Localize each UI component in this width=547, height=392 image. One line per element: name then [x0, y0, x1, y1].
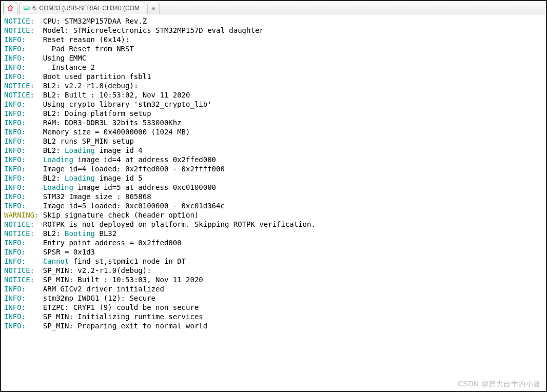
log-text: find st,stpmic1 node in DT — [69, 257, 186, 265]
log-text: ARM GICv2 driver initialized — [26, 285, 164, 293]
log-line: INFO: Instance 2 — [4, 63, 543, 72]
svg-point-3 — [26, 8, 27, 8]
log-text: Loading — [65, 174, 95, 182]
log-text: Loading — [43, 183, 73, 191]
log-text: stm32mp IWDG1 (12): Secure — [26, 294, 155, 302]
log-tag: INFO: — [4, 312, 26, 321]
tab-serial[interactable]: 6. COM33 (USB-SERIAL CH340 (COM — [19, 2, 145, 14]
log-line: NOTICE: Model: STMicroelectronics STM32M… — [4, 26, 543, 35]
log-tag: INFO: — [4, 155, 26, 164]
log-tag: INFO: — [4, 63, 26, 72]
log-text — [26, 183, 43, 191]
log-tag: INFO: — [4, 247, 26, 257]
log-text: image id=5 at address 0xc0100000 — [73, 183, 216, 191]
log-text: SP_MIN: Preparing exit to normal world — [26, 322, 207, 330]
log-tag: INFO: — [4, 284, 26, 293]
log-tag: INFO: — [4, 321, 26, 330]
log-text: ROTPK is not deployed on platform. Skipp… — [34, 220, 316, 228]
log-tag: INFO: — [4, 183, 26, 192]
log-line: INFO: BL2 runs SP_MIN setup — [4, 136, 543, 146]
log-tag: INFO: — [4, 136, 26, 146]
log-tag: INFO: — [4, 35, 26, 44]
log-text: STM32 Image size : 865868 — [26, 192, 151, 201]
log-tag: INFO: — [4, 192, 26, 201]
log-text — [26, 257, 43, 265]
log-line: INFO: Boot used partition fsbl1 — [4, 72, 543, 81]
log-tag: INFO: — [4, 146, 26, 155]
serial-port-icon — [23, 5, 30, 12]
log-text: image id=4 at address 0x2ffed000 — [73, 155, 216, 164]
terminal-output[interactable]: NOTICE: CPU: STM32MP157DAA Rev.ZNOTICE: … — [1, 14, 546, 391]
log-text: BL2: — [26, 146, 65, 154]
log-text: SP_MIN: Built : 10:53:03, Nov 11 2020 — [34, 276, 203, 284]
log-tag: INFO: — [4, 100, 26, 109]
log-line: NOTICE: SP_MIN: v2.2-r1.0(debug): — [4, 266, 543, 275]
log-text: Using crypto library 'stm32_crypto_lib' — [26, 100, 211, 108]
log-line: NOTICE: CPU: STM32MP157DAA Rev.Z — [4, 16, 543, 26]
log-line: NOTICE: BL2: Built : 10:53:02, Nov 11 20… — [4, 90, 543, 100]
log-tag: INFO: — [4, 201, 26, 210]
log-tag: INFO: — [4, 238, 26, 247]
log-tag: NOTICE: — [4, 220, 34, 229]
log-tag: NOTICE: — [4, 81, 34, 90]
log-tag: INFO: — [4, 257, 26, 266]
log-line: INFO: ETZPC: CRYP1 (9) could be non secu… — [4, 303, 543, 312]
log-tag: INFO: — [4, 44, 26, 53]
log-line: NOTICE: SP_MIN: Built : 10:53:03, Nov 11… — [4, 275, 543, 284]
tab-serial-title: 6. COM33 (USB-SERIAL CH340 (COM — [32, 5, 140, 12]
log-line: INFO: Entry point address = 0x2ffed000 — [4, 238, 543, 247]
svg-point-4 — [28, 8, 28, 8]
log-line: INFO: Reset reason (0x14): — [4, 35, 543, 44]
log-text: SP_MIN: Initializing runtime services — [26, 312, 203, 321]
log-text: Entry point address = 0x2ffed000 — [26, 239, 181, 247]
log-text: BL2: — [26, 174, 65, 182]
log-text: Image id=5 loaded: 0xc0100000 - 0xc01d36… — [26, 202, 225, 210]
tab-home[interactable] — [3, 2, 17, 14]
log-text: BL2: Built : 10:53:02, Nov 11 2020 — [34, 91, 190, 99]
log-text: BL2: v2.2-r1.0(debug): — [34, 82, 138, 90]
log-line: INFO: SPSR = 0x1d3 — [4, 247, 543, 257]
log-text: Image id=4 loaded: 0x2ffed000 - 0x2ffff0… — [26, 165, 225, 173]
log-line: INFO: BL2: Doing platform setup — [4, 109, 543, 118]
log-text: image id 5 — [95, 174, 143, 182]
log-tag: INFO: — [4, 118, 26, 127]
log-tag: NOTICE: — [4, 90, 34, 100]
log-line: INFO: Image id=5 loaded: 0xc0100000 - 0x… — [4, 201, 543, 210]
log-line: INFO: Image id=4 loaded: 0x2ffed000 - 0x… — [4, 164, 543, 173]
log-line: INFO: SP_MIN: Initializing runtime servi… — [4, 312, 543, 321]
log-tag: INFO: — [4, 109, 26, 118]
svg-point-2 — [25, 8, 26, 8]
new-tab-button[interactable]: ⊕ — [147, 2, 160, 14]
log-tag: INFO: — [4, 173, 26, 183]
log-text: Skip signature check (header option) — [38, 211, 199, 219]
tab-bar: 6. COM33 (USB-SERIAL CH340 (COM ⊕ — [1, 1, 546, 14]
log-text: Model: STMicroelectronics STM32MP157D ev… — [34, 26, 264, 34]
log-text: Using EMMC — [26, 54, 86, 62]
svg-rect-0 — [9, 8, 12, 10]
log-tag: INFO: — [4, 127, 26, 136]
log-text — [26, 155, 43, 164]
log-line: INFO: BL2: Loading image id 5 — [4, 173, 543, 183]
log-tag: INFO: — [4, 72, 26, 81]
plus-icon: ⊕ — [151, 5, 155, 12]
log-text: Loading — [43, 155, 73, 164]
log-tag: INFO: — [4, 164, 26, 173]
log-tag: NOTICE: — [4, 26, 34, 35]
log-text: Instance 2 — [26, 63, 95, 71]
log-line: INFO: Using crypto library 'stm32_crypto… — [4, 100, 543, 109]
log-text: Booting — [65, 229, 95, 238]
log-line: INFO: Loading image id=4 at address 0x2f… — [4, 155, 543, 164]
log-line: INFO: STM32 Image size : 865868 — [4, 192, 543, 201]
log-line: WARNING: Skip signature check (header op… — [4, 210, 543, 220]
log-tag: WARNING: — [4, 210, 38, 220]
log-text: Loading — [65, 146, 95, 154]
log-tag: INFO: — [4, 303, 26, 312]
log-line: INFO: Loading image id=5 at address 0xc0… — [4, 183, 543, 192]
log-line: INFO: Cannot find st,stpmic1 node in DT — [4, 257, 543, 266]
log-tag: NOTICE: — [4, 266, 34, 275]
log-text: CPU: STM32MP157DAA Rev.Z — [34, 17, 147, 25]
log-tag: NOTICE: — [4, 275, 34, 284]
log-text: Reset reason (0x14): — [26, 35, 129, 44]
log-line: NOTICE: BL2: v2.2-r1.0(debug): — [4, 81, 543, 90]
home-icon — [7, 5, 14, 12]
